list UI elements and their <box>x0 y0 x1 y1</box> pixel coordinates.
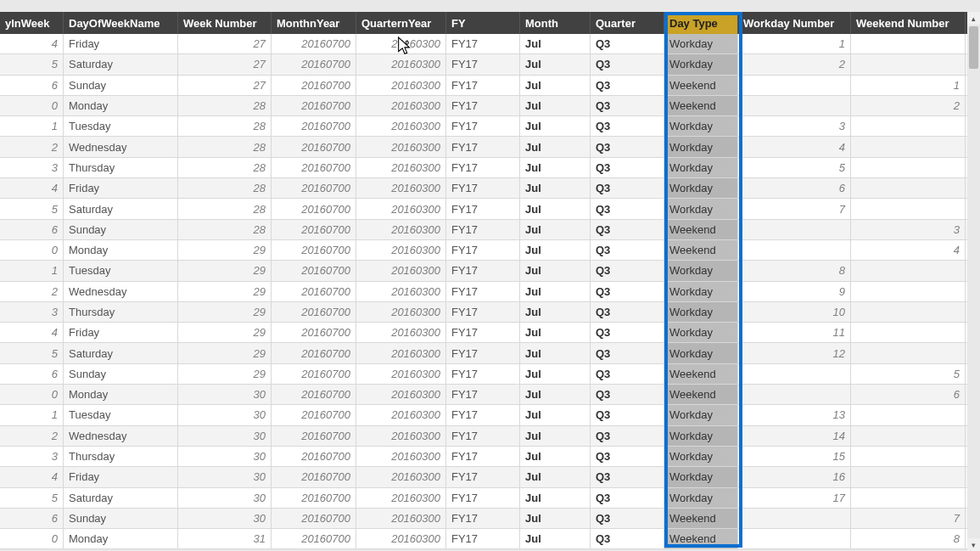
cell-dayOfWeekName[interactable]: Friday <box>64 178 178 198</box>
cell-dayType[interactable]: Workday <box>664 178 738 198</box>
cell-weekendNumber[interactable]: 7 <box>851 509 966 528</box>
cell-monthnYear[interactable]: 20160700 <box>272 116 356 136</box>
cell-workdayNumber[interactable] <box>738 240 851 260</box>
cell-fy[interactable]: FY17 <box>446 220 520 239</box>
cell-weekendNumber[interactable] <box>851 282 966 301</box>
table-row[interactable]: 1Tuesday282016070020160300FY17JulQ3Workd… <box>0 116 967 137</box>
table-row[interactable]: 5Saturday292016070020160300FY17JulQ3Work… <box>0 343 967 363</box>
cell-fy[interactable]: FY17 <box>446 488 520 508</box>
cell-dayInWeek[interactable]: 6 <box>0 220 64 239</box>
column-header-weekendNumber[interactable]: Weekend Number <box>851 12 966 34</box>
cell-month[interactable]: Jul <box>520 364 591 384</box>
cell-weekNumber[interactable]: 29 <box>178 261 272 280</box>
cell-quarternYear[interactable]: 20160300 <box>356 96 446 115</box>
cell-dayType[interactable]: Workday <box>664 488 738 508</box>
cell-workdayNumber[interactable]: 12 <box>738 343 851 363</box>
cell-workdayNumber[interactable]: 5 <box>738 158 851 177</box>
cell-dayInWeek[interactable]: 1 <box>0 116 64 136</box>
cell-quarter[interactable]: Q3 <box>591 158 664 177</box>
cell-quarternYear[interactable]: 20160300 <box>356 54 446 74</box>
cell-weekendNumber[interactable]: 8 <box>851 529 966 548</box>
cell-monthnYear[interactable]: 20160700 <box>272 405 356 424</box>
cell-monthnYear[interactable]: 20160700 <box>272 385 356 404</box>
cell-month[interactable]: Jul <box>520 76 591 95</box>
table-row[interactable]: 0Monday302016070020160300FY17JulQ3Weeken… <box>0 385 967 405</box>
cell-fy[interactable]: FY17 <box>446 385 520 404</box>
cell-quarternYear[interactable]: 20160300 <box>356 323 446 342</box>
table-row[interactable]: 4Friday292016070020160300FY17JulQ3Workda… <box>0 323 967 343</box>
cell-workdayNumber[interactable] <box>738 96 851 115</box>
column-header-dayType[interactable]: Day Type <box>664 12 738 34</box>
cell-month[interactable]: Jul <box>520 447 591 466</box>
cell-monthnYear[interactable]: 20160700 <box>272 96 356 115</box>
cell-fy[interactable]: FY17 <box>446 467 520 486</box>
cell-weekNumber[interactable]: 30 <box>178 447 272 466</box>
cell-dayOfWeekName[interactable]: Saturday <box>64 343 178 363</box>
cell-quarter[interactable]: Q3 <box>591 116 664 136</box>
cell-quarternYear[interactable]: 20160300 <box>356 240 446 260</box>
scrollbar-thumb[interactable] <box>969 26 978 69</box>
column-header-dayInWeek[interactable]: yInWeek <box>0 12 64 34</box>
cell-weekNumber[interactable]: 31 <box>178 529 272 548</box>
table-row[interactable]: 1Tuesday302016070020160300FY17JulQ3Workd… <box>0 405 967 425</box>
cell-weekNumber[interactable]: 30 <box>178 385 272 404</box>
cell-dayInWeek[interactable]: 1 <box>0 261 64 280</box>
cell-dayInWeek[interactable]: 2 <box>0 137 64 156</box>
cell-dayInWeek[interactable]: 2 <box>0 426 64 446</box>
table-row[interactable]: 3Thursday292016070020160300FY17JulQ3Work… <box>0 302 967 323</box>
cell-workdayNumber[interactable]: 10 <box>738 302 851 322</box>
cell-quarternYear[interactable]: 20160300 <box>356 529 446 548</box>
cell-dayInWeek[interactable]: 5 <box>0 54 64 74</box>
cell-weekNumber[interactable]: 29 <box>178 364 272 384</box>
cell-quarter[interactable]: Q3 <box>591 529 664 548</box>
cell-dayOfWeekName[interactable]: Thursday <box>64 447 178 466</box>
cell-dayOfWeekName[interactable]: Thursday <box>64 302 178 322</box>
cell-monthnYear[interactable]: 20160700 <box>272 323 356 342</box>
cell-weekNumber[interactable]: 30 <box>178 405 272 424</box>
table-row[interactable]: 4Friday282016070020160300FY17JulQ3Workda… <box>0 178 967 199</box>
cell-dayType[interactable]: Workday <box>664 261 738 280</box>
table-row[interactable]: 2Wednesday302016070020160300FY17JulQ3Wor… <box>0 426 967 447</box>
cell-quarternYear[interactable]: 20160300 <box>356 385 446 404</box>
table-row[interactable]: 6Sunday272016070020160300FY17JulQ3Weeken… <box>0 76 967 96</box>
cell-weekendNumber[interactable] <box>851 302 966 322</box>
cell-weekendNumber[interactable] <box>851 426 966 446</box>
cell-monthnYear[interactable]: 20160700 <box>272 137 356 156</box>
cell-fy[interactable]: FY17 <box>446 323 520 342</box>
cell-quarternYear[interactable]: 20160300 <box>356 405 446 424</box>
cell-fy[interactable]: FY17 <box>446 116 520 136</box>
cell-month[interactable]: Jul <box>520 467 591 486</box>
cell-weekNumber[interactable]: 28 <box>178 178 272 198</box>
cell-month[interactable]: Jul <box>520 529 591 548</box>
cell-quarter[interactable]: Q3 <box>591 34 664 53</box>
cell-month[interactable]: Jul <box>520 96 591 115</box>
cell-weekendNumber[interactable] <box>851 467 966 486</box>
cell-dayInWeek[interactable]: 4 <box>0 323 64 342</box>
cell-workdayNumber[interactable]: 16 <box>738 467 851 486</box>
cell-weekendNumber[interactable] <box>851 34 966 53</box>
cell-weekendNumber[interactable] <box>851 405 966 424</box>
cell-monthnYear[interactable]: 20160700 <box>272 220 356 239</box>
scroll-down-arrow-icon[interactable]: ▾ <box>967 538 980 551</box>
cell-weekendNumber[interactable] <box>851 54 966 74</box>
cell-quarternYear[interactable]: 20160300 <box>356 447 446 466</box>
cell-workdayNumber[interactable]: 11 <box>738 323 851 342</box>
cell-monthnYear[interactable]: 20160700 <box>272 302 356 322</box>
table-row[interactable]: 0Monday282016070020160300FY17JulQ3Weeken… <box>0 96 967 116</box>
cell-monthnYear[interactable]: 20160700 <box>272 509 356 528</box>
cell-dayInWeek[interactable]: 4 <box>0 178 64 198</box>
cell-weekNumber[interactable]: 28 <box>178 220 272 239</box>
data-table[interactable]: yInWeekDayOfWeekNameWeek NumberMonthnYea… <box>0 12 967 549</box>
cell-quarter[interactable]: Q3 <box>591 178 664 198</box>
cell-dayOfWeekName[interactable]: Wednesday <box>64 426 178 446</box>
cell-dayOfWeekName[interactable]: Saturday <box>64 488 178 508</box>
cell-month[interactable]: Jul <box>520 488 591 508</box>
cell-weekNumber[interactable]: 29 <box>178 323 272 342</box>
cell-weekNumber[interactable]: 30 <box>178 467 272 486</box>
cell-workdayNumber[interactable]: 6 <box>738 178 851 198</box>
cell-dayInWeek[interactable]: 0 <box>0 240 64 260</box>
cell-monthnYear[interactable]: 20160700 <box>272 343 356 363</box>
cell-quarternYear[interactable]: 20160300 <box>356 199 446 218</box>
cell-quarternYear[interactable]: 20160300 <box>356 302 446 322</box>
cell-dayOfWeekName[interactable]: Sunday <box>64 76 178 95</box>
